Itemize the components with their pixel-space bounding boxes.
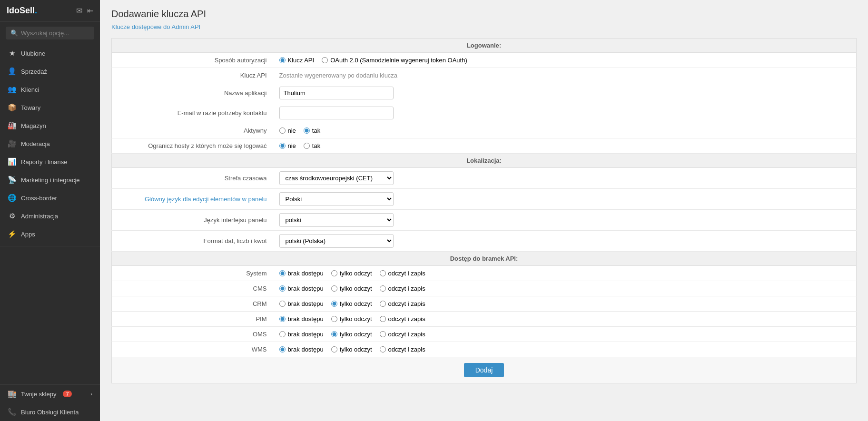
radio-aktywny-tak-input[interactable] [304,127,310,134]
jezyk-interfejsu-value: polski english [274,210,857,231]
section-logowanie: Logowanie: [112,39,857,53]
nazwa-aplikacji-input[interactable] [279,87,394,99]
radio-hosty-nie-input[interactable] [279,143,286,149]
radio-hosty-tak-input[interactable] [304,143,310,149]
radio-cms-zapis[interactable]: odczyt i zapis [380,285,425,292]
nav-raporty[interactable]: 📊 Raporty i finanse [0,153,100,171]
oms-value: brak dostępu tylko odczyt odczyt i zapis [274,327,857,342]
radio-oauth[interactable]: OAuth 2.0 (Samodzielnie wygeneruj token … [322,57,467,64]
email-input[interactable] [279,107,394,119]
radio-crm-odczyt-input[interactable] [331,301,337,307]
row-aktywny: Aktywny nie tak [112,123,857,138]
nav-sprzedaz[interactable]: 👤 Sprzedaż [0,62,100,80]
radio-aktywny-tak[interactable]: tak [304,127,320,134]
nav-crossborder[interactable]: 🌐 Cross-border [0,189,100,207]
submit-button[interactable]: Dodaj [464,363,504,377]
radio-system-zapis-label: odczyt i zapis [388,270,425,277]
radio-cms-brak-input[interactable] [279,285,286,292]
radio-oms-brak-input[interactable] [279,331,286,337]
radio-system-zapis[interactable]: odczyt i zapis [380,270,425,277]
radio-aktywny-nie[interactable]: nie [279,127,296,134]
nav-sklepy[interactable]: 🏬 Twoje sklepy 7 › [0,384,100,403]
cms-value: brak dostępu tylko odczyt odczyt i zapis [274,281,857,296]
radio-pim-odczyt-input[interactable] [331,316,337,322]
search-input[interactable] [21,29,89,37]
jezyk-edycji-label[interactable]: Główny język dla edycji elementów w pane… [112,189,274,210]
radio-oms-odczyt-input[interactable] [331,331,337,337]
jezyk-interfejsu-label: Język interfejsu panelu [112,210,274,231]
radio-system-zapis-input[interactable] [380,270,386,276]
nav-label-administracja: Administracja [21,213,58,220]
radio-aktywny-nie-input[interactable] [279,127,286,134]
jezyk-edycji-select[interactable]: Polski English [279,192,394,206]
radio-hosty-tak[interactable]: tak [304,142,320,149]
strefa-czasowa-select[interactable]: czas środkowoeuropejski (CET) UTC GMT [279,171,394,185]
row-autoryzacja: Sposób autoryzacji Klucz API OAuth 2.0 (… [112,53,857,68]
row-nazwa: Nazwa aplikacji [112,83,857,103]
radio-crm-brak[interactable]: brak dostępu [279,300,324,307]
search-box[interactable]: 🔍 [6,27,94,39]
nav-klienci[interactable]: 👥 Klienci [0,80,100,98]
nav-label-ulubione: Ulubione [21,50,45,57]
radio-pim-zapis-input[interactable] [380,316,386,322]
radio-hosty-tak-label: tak [312,142,320,149]
radio-crm-brak-input[interactable] [279,301,286,307]
nav-ulubione[interactable]: ★ Ulubione [0,44,100,62]
nav-magazyn[interactable]: 🏭 Magazyn [0,117,100,135]
radio-wms-odczyt[interactable]: tylko odczyt [331,346,372,353]
radio-crm-odczyt[interactable]: tylko odczyt [331,300,372,307]
nav-towary[interactable]: 📦 Towary [0,98,100,117]
radio-cms-zapis-input[interactable] [380,285,386,292]
klucz-api-value: Zostanie wygenerowany po dodaniu klucza [274,68,857,83]
radio-wms-zapis-input[interactable] [380,346,386,352]
nav-label-biuro: Biuro Obsługi Klienta [21,409,79,416]
nav-label-crossborder: Cross-border [21,195,57,202]
radio-wms-brak[interactable]: brak dostępu [279,346,324,353]
radio-oauth-input[interactable] [322,57,328,63]
oms-label: OMS [112,327,274,342]
nav-administracja[interactable]: ⚙ Administracja [0,207,100,225]
radio-wms-zapis-label: odczyt i zapis [388,346,425,353]
radio-crm-zapis-input[interactable] [380,301,386,307]
radio-oms-zapis[interactable]: odczyt i zapis [380,331,425,338]
radio-pim-brak-input[interactable] [279,316,286,322]
radio-hosty-nie[interactable]: nie [279,142,296,149]
nav-biuro[interactable]: 📞 Biuro Obsługi Klienta [0,403,100,421]
radio-cms-brak[interactable]: brak dostępu [279,285,324,292]
strefa-value: czas środkowoeuropejski (CET) UTC GMT [274,168,857,189]
radio-system-odczyt-input[interactable] [331,270,337,276]
collapse-icon[interactable]: ⇤ [87,6,93,15]
nav-label-sprzedaz: Sprzedaż [21,68,47,75]
radio-oms-odczyt[interactable]: tylko odczyt [331,331,372,338]
radio-oms-zapis-input[interactable] [380,331,386,337]
globe-icon: 🌐 [8,194,16,202]
crm-value: brak dostępu tylko odczyt odczyt i zapis [274,296,857,312]
radio-wms-zapis[interactable]: odczyt i zapis [380,346,425,353]
nav-label-moderacja: Moderacja [21,140,50,147]
radio-klucz-api[interactable]: Klucz API [279,57,315,64]
jezyk-interfejsu-select[interactable]: polski english [279,213,394,227]
radio-klucz-api-input[interactable] [279,57,286,63]
nav-moderacja[interactable]: 🎥 Moderacja [0,135,100,153]
nav-apps[interactable]: ⚡ Apps [0,225,100,243]
radio-cms-odczyt-input[interactable] [331,285,337,292]
format-dat-select[interactable]: polski (Polska) english (US) [279,234,394,248]
radio-system-odczyt[interactable]: tylko odczyt [331,270,372,277]
radio-cms-odczyt[interactable]: tylko odczyt [331,285,372,292]
row-klucz-api: Klucz API Zostanie wygenerowany po dodan… [112,68,857,83]
radio-system-brak[interactable]: brak dostępu [279,270,324,277]
row-crm: CRM brak dostępu tylko odczyt odczyt i z… [112,296,857,312]
breadcrumb-link[interactable]: Klucze dostępowe do Admin API [111,23,200,30]
radio-pim-odczyt[interactable]: tylko odczyt [331,315,372,323]
radio-system-brak-input[interactable] [279,270,286,276]
radio-system-odczyt-label: tylko odczyt [340,270,372,277]
radio-pim-brak[interactable]: brak dostępu [279,315,324,323]
mail-icon[interactable]: ✉ [76,6,82,15]
radio-wms-odczyt-input[interactable] [331,346,337,352]
nav-marketing[interactable]: 📡 Marketing i integracje [0,171,100,189]
radio-oms-odczyt-label: tylko odczyt [340,331,372,338]
radio-crm-zapis[interactable]: odczyt i zapis [380,300,425,307]
radio-pim-zapis[interactable]: odczyt i zapis [380,315,425,323]
radio-wms-brak-input[interactable] [279,346,286,352]
radio-oms-brak[interactable]: brak dostępu [279,331,324,338]
